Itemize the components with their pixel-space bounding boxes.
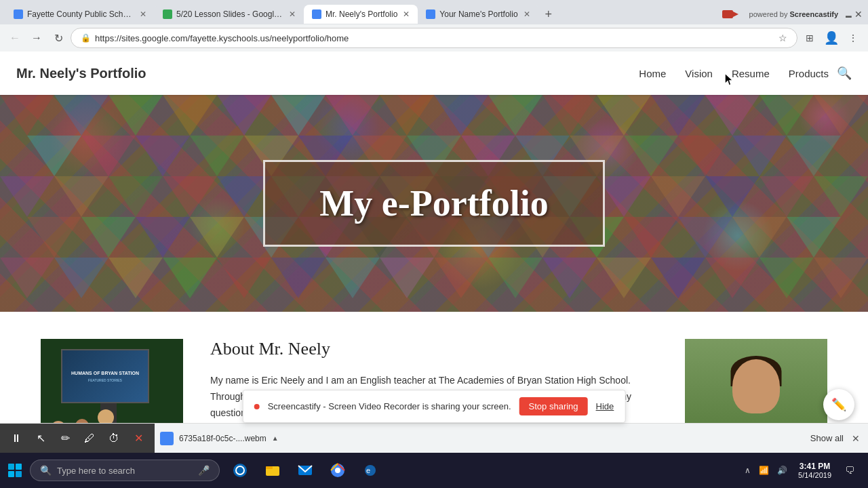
taskbar-ie[interactable]: e [355,453,385,488]
svg-marker-6 [217,95,271,136]
svg-rect-83 [266,466,273,469]
clock-time: 3:41 PM [798,462,831,471]
taskbar-email[interactable] [290,453,320,488]
show-hidden-icons[interactable]: ∧ [742,464,753,476]
sc-pause-button[interactable]: ⏸ [5,428,27,449]
svg-marker-78 [760,258,814,298]
svg-marker-33 [0,176,54,217]
more-btn[interactable]: ⋮ [844,28,863,47]
svg-marker-14 [651,95,705,136]
svg-marker-4 [108,95,163,136]
svg-marker-46 [705,176,760,217]
screencastify-close[interactable]: ✕ [854,9,863,20]
hide-button[interactable]: Hide [596,401,614,411]
svg-point-86 [335,468,340,473]
site-search-icon[interactable]: 🔍 [837,66,852,81]
browser-chrome: Fayette County Public Schools L... ✕ 5/2… [0,0,868,52]
taskbar-chrome[interactable] [323,453,353,488]
back-button[interactable]: ← [5,28,24,47]
volume-icon[interactable]: 🔊 [774,464,790,476]
sc-pen-button[interactable]: ✏ [54,428,76,449]
tab-close-4[interactable]: ✕ [524,9,530,19]
screen-content: HUMANS OF BRYAN STATION FEATURED STORIES [62,350,148,402]
new-tab-button[interactable]: + [541,7,557,22]
sc-highlight-button[interactable]: 🖊 [79,428,100,449]
forward-button[interactable]: → [27,28,46,47]
tab-close-2[interactable]: ✕ [289,9,296,19]
screencastify-minimize[interactable]: 🗕 [844,9,853,20]
svg-marker-12 [542,95,597,136]
win-quad-bl [8,471,14,477]
win-quad-tr [16,464,22,470]
svg-marker-69 [271,258,326,298]
tab-3[interactable]: Mr. Neely's Portfolio ✕ [304,5,418,24]
svg-marker-2 [0,95,54,136]
svg-marker-51 [136,217,190,258]
svg-marker-9 [380,95,434,136]
address-bar[interactable]: 🔒 https://sites.google.com/fayette.kysch… [71,28,797,48]
sc-close-button[interactable]: ✕ [127,428,149,449]
edit-icon: ✏️ [831,397,846,412]
tab-label-4: Your Name's Portfolio [439,9,517,19]
site-logo: Mr. Neely's Portfolio [16,66,146,81]
svg-marker-3 [54,95,108,136]
taskbar-search[interactable]: 🔍 Type here to search 🎤 [30,460,220,481]
svg-marker-71 [380,258,434,298]
file-explorer-icon [263,461,282,480]
nav-products[interactable]: Products [789,68,829,79]
screencastify-badge: powered by Screencastify 🗕 ✕ [722,7,863,21]
network-icon[interactable]: 📶 [756,464,772,476]
show-all-button[interactable]: Show all [805,430,849,446]
nav-resume[interactable]: Resume [732,68,770,79]
screencastify-logo [722,7,749,21]
start-button[interactable] [0,453,30,488]
tab-close-1[interactable]: ✕ [140,9,146,19]
tab-favicon-2 [163,9,172,19]
tab-close-3[interactable]: ✕ [403,9,410,19]
sc-timer-button[interactable]: ⏱ [103,428,125,449]
ssl-icon: 🔒 [81,33,91,43]
search-icon: 🔍 [40,465,52,476]
svg-text:e: e [366,466,370,474]
taskbar-cortana[interactable] [225,453,255,488]
taskbar-apps: e [225,453,385,488]
system-clock[interactable]: 3:41 PM 5/14/2019 [793,462,837,479]
email-icon [296,461,315,480]
powered-by-text: powered by [749,10,788,18]
sc-arrow-button[interactable]: ↖ [30,428,52,449]
svg-marker-15 [705,95,760,136]
edit-fab[interactable]: ✏️ [823,389,854,420]
search-placeholder: Type here to search [57,466,135,476]
svg-marker-17 [814,95,868,136]
tab-1[interactable]: Fayette County Public Schools L... ✕ [5,5,155,24]
show-all-area: Show all ✕ [805,430,868,447]
svg-marker-16 [760,95,814,136]
reload-button[interactable]: ↻ [49,28,68,47]
svg-marker-8 [326,95,380,136]
tab-4[interactable]: Your Name's Portfolio ✕ [418,5,538,24]
hero-title: My e-Portfolio [319,182,548,224]
screen-text1: HUMANS OF BRYAN STATION [71,371,139,375]
download-bar-close[interactable]: ✕ [849,430,863,447]
svg-marker-29 [624,136,678,176]
mic-icon[interactable]: 🎤 [198,465,210,476]
taskbar-file-explorer[interactable] [258,453,288,488]
nav-home[interactable]: Home [639,68,666,79]
nav-vision[interactable]: Vision [685,68,713,79]
svg-marker-66 [108,258,163,298]
svg-marker-34 [54,176,108,217]
bookmark-icon[interactable]: ☆ [778,33,787,43]
recording-dot [254,404,260,409]
svg-marker-7 [271,95,326,136]
nav-icons: ⊞ 👤 ⋮ [800,28,863,47]
download-item[interactable]: 6735a18f-0c5c-....webm ▲ [155,429,284,448]
svg-marker-65 [54,258,108,298]
tab-favicon-1 [14,9,23,19]
svg-marker-77 [705,258,760,298]
svg-marker-72 [434,258,488,298]
tab-2[interactable]: 5/20 Lesson Slides - Google Slid... ✕ [155,5,304,24]
notification-button[interactable]: 🗨 [840,462,860,479]
extensions-btn[interactable]: ⊞ [800,28,819,47]
profile-btn[interactable]: 👤 [822,28,841,47]
stop-sharing-button[interactable]: Stop sharing [519,397,588,415]
